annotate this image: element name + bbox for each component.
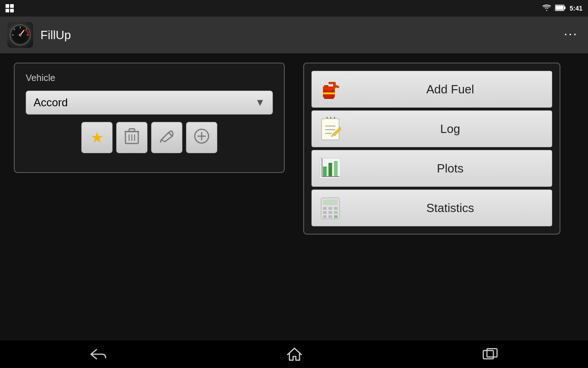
plots-button[interactable]: Plots: [311, 150, 552, 187]
svg-rect-59: [487, 349, 497, 357]
svg-rect-54: [334, 211, 338, 214]
svg-rect-53: [328, 211, 332, 214]
app-title: FillUp: [40, 28, 71, 42]
vehicle-actions: ★: [26, 122, 273, 153]
statistics-icon: [312, 190, 349, 226]
star-icon: ★: [90, 129, 104, 146]
dropdown-arrow-icon: ▼: [255, 97, 265, 109]
svg-line-21: [160, 140, 161, 143]
log-icon: [312, 110, 349, 147]
svg-rect-14: [129, 129, 135, 132]
overflow-menu-button[interactable]: ⋮: [560, 24, 581, 46]
svg-rect-32: [324, 97, 334, 99]
statistics-button[interactable]: Statistics: [311, 190, 552, 226]
log-label: Log: [349, 122, 552, 136]
favorite-button[interactable]: ★: [81, 122, 113, 153]
svg-rect-50: [328, 207, 332, 210]
statistics-label: Statistics: [349, 201, 552, 215]
svg-point-11: [19, 34, 22, 36]
plots-label: Plots: [349, 161, 552, 176]
svg-line-20: [171, 131, 173, 133]
vehicle-label: Vehicle: [26, 73, 273, 83]
app-bar: FillUp ⋮: [0, 17, 588, 53]
app-icon: [7, 22, 33, 48]
svg-rect-30: [324, 85, 328, 87]
svg-rect-31: [323, 92, 335, 94]
add-fuel-label: Add Fuel: [349, 82, 552, 97]
svg-rect-42: [323, 167, 327, 177]
plots-icon: [312, 150, 349, 187]
vehicle-panel: Vehicle Accord ▼ ★: [14, 63, 285, 173]
status-time: 5:41: [570, 5, 582, 12]
svg-rect-48: [323, 200, 338, 205]
app-bar-left: FillUp: [7, 22, 71, 48]
pencil-icon: [159, 129, 174, 147]
battery-icon: [555, 5, 566, 12]
log-button[interactable]: Log: [311, 110, 552, 147]
add-vehicle-button[interactable]: [186, 122, 217, 153]
svg-rect-57: [334, 215, 338, 218]
nav-bar: [0, 340, 588, 368]
add-circle-icon: [194, 128, 209, 147]
svg-rect-58: [483, 351, 493, 359]
delete-button[interactable]: [116, 122, 147, 153]
actions-panel: Add Fuel: [303, 63, 560, 235]
svg-rect-51: [334, 207, 338, 210]
vehicle-dropdown[interactable]: Accord ▼: [26, 91, 273, 115]
wifi-icon: [542, 5, 551, 12]
svg-rect-1: [564, 6, 565, 9]
svg-rect-49: [323, 207, 327, 210]
back-button[interactable]: [72, 344, 125, 364]
svg-rect-56: [328, 215, 332, 218]
vehicle-selected-text: Accord: [34, 96, 68, 109]
svg-rect-43: [328, 163, 332, 177]
recents-button[interactable]: [464, 344, 516, 364]
svg-rect-44: [334, 161, 338, 177]
status-bar: 5:41: [0, 0, 588, 17]
trash-icon: [124, 128, 139, 148]
home-button[interactable]: [268, 343, 321, 366]
status-right: 5:41: [542, 5, 582, 12]
add-fuel-button[interactable]: Add Fuel: [311, 71, 552, 108]
svg-rect-55: [323, 215, 327, 218]
svg-line-19: [172, 133, 173, 136]
status-left: [6, 4, 14, 12]
edit-button[interactable]: [151, 122, 182, 153]
main-content: Vehicle Accord ▼ ★: [0, 53, 588, 368]
svg-rect-2: [555, 6, 563, 10]
grid-icon: [6, 4, 14, 12]
fuel-can-icon: [312, 71, 349, 108]
svg-rect-52: [323, 211, 327, 214]
